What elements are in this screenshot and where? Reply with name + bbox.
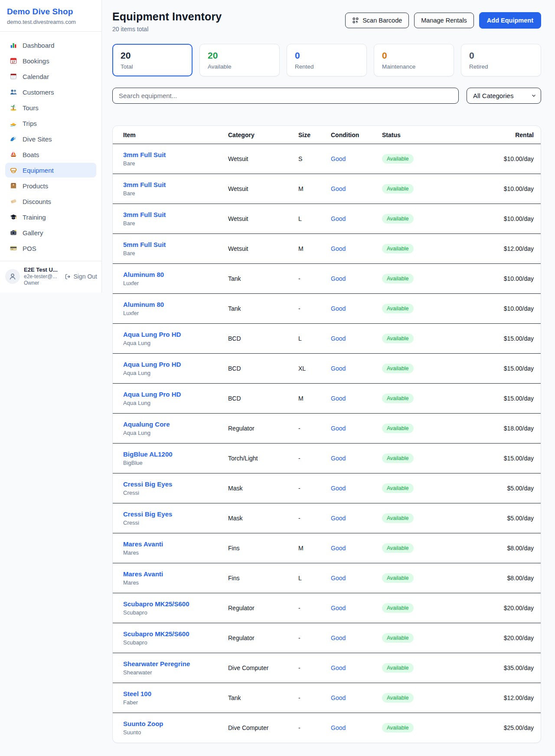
item-name-link[interactable]: Scubapro MK25/S600 xyxy=(123,599,189,609)
item-name-link[interactable]: Steel 100 xyxy=(123,689,151,699)
speedboat-icon xyxy=(10,119,17,127)
stat-card-rented[interactable]: 0 Rented xyxy=(287,44,367,76)
item-condition-link[interactable]: Good xyxy=(331,365,382,372)
sidebar-item-equipment[interactable]: Equipment xyxy=(5,163,96,177)
stat-card-available[interactable]: 20 Available xyxy=(199,44,280,76)
sidebar-item-trips[interactable]: Trips xyxy=(5,116,96,131)
column-header-status: Status xyxy=(382,131,460,138)
item-condition-link[interactable]: Good xyxy=(331,155,382,162)
status-cell: Available xyxy=(382,483,460,493)
search-input[interactable] xyxy=(112,88,459,104)
column-header-size: Size xyxy=(298,131,331,138)
item-name-link[interactable]: 5mm Full Suit xyxy=(123,240,166,250)
sidebar-item-dashboard[interactable]: Dashboard xyxy=(5,38,96,53)
tag-icon xyxy=(10,197,17,205)
item-name-link[interactable]: Aqua Lung Pro HD xyxy=(123,330,181,339)
item-name-link[interactable]: Scubapro MK25/S600 xyxy=(123,629,189,639)
item-name-link[interactable]: Aqualung Core xyxy=(123,420,170,429)
sidebar-item-discounts[interactable]: Discounts xyxy=(5,194,96,209)
item-condition-link[interactable]: Good xyxy=(331,275,382,282)
status-badge: Available xyxy=(382,693,414,703)
stat-card-total[interactable]: 20 Total xyxy=(112,44,193,76)
item-brand: Faber xyxy=(123,699,228,707)
table-row: 5mm Full Suit Bare Wetsuit M Good Availa… xyxy=(113,233,541,263)
item-condition-link[interactable]: Good xyxy=(331,694,382,701)
sidebar-item-label: Dive Sites xyxy=(23,135,52,143)
sidebar-item-label: Calendar xyxy=(23,73,49,80)
item-name-link[interactable]: Aluminum 80 xyxy=(123,270,164,279)
add-equipment-button[interactable]: Add Equipment xyxy=(479,12,541,29)
item-name-link[interactable]: Aluminum 80 xyxy=(123,300,164,309)
item-condition-link[interactable]: Good xyxy=(331,634,382,641)
sign-out-button[interactable]: Sign Out xyxy=(64,273,97,280)
sidebar-item-label: Customers xyxy=(23,89,54,96)
category-select[interactable]: All Categories xyxy=(467,88,541,104)
credit-card-icon xyxy=(10,244,17,252)
status-badge: Available xyxy=(382,543,414,553)
item-cell: Aqua Lung Pro HD Aqua Lung xyxy=(123,330,228,347)
scan-barcode-button[interactable]: Scan Barcode xyxy=(345,13,409,28)
svg-text:17: 17 xyxy=(12,60,15,63)
stat-maintenance-value: 0 xyxy=(382,50,446,61)
item-brand: Bare xyxy=(123,250,228,257)
item-condition-link[interactable]: Good xyxy=(331,724,382,731)
stat-card-retired[interactable]: 0 Retired xyxy=(461,44,541,76)
sidebar-item-training[interactable]: Training xyxy=(5,210,96,224)
item-condition-link[interactable]: Good xyxy=(331,215,382,222)
item-name-link[interactable]: Mares Avanti xyxy=(123,569,163,579)
item-brand: Aqua Lung xyxy=(123,399,228,407)
item-category: BCD xyxy=(228,335,298,342)
item-brand: Shearwater xyxy=(123,669,228,677)
sidebar-item-dive-sites[interactable]: Dive Sites xyxy=(5,131,96,146)
sidebar-item-pos[interactable]: POS xyxy=(5,241,96,256)
sidebar-item-boats[interactable]: Boats xyxy=(5,147,96,162)
item-name-link[interactable]: BigBlue AL1200 xyxy=(123,450,173,459)
stat-card-maintenance[interactable]: 0 Maintenance xyxy=(374,44,454,76)
status-cell: Available xyxy=(382,274,460,283)
manage-rentals-button[interactable]: Manage Rentals xyxy=(414,13,474,28)
item-name-link[interactable]: 3mm Full Suit xyxy=(123,210,166,220)
item-condition-link[interactable]: Good xyxy=(331,664,382,671)
item-name-link[interactable]: 3mm Full Suit xyxy=(123,180,166,190)
sidebar-item-tours[interactable]: Tours xyxy=(5,100,96,115)
item-condition-link[interactable]: Good xyxy=(331,245,382,252)
item-condition-link[interactable]: Good xyxy=(331,605,382,611)
status-badge: Available xyxy=(382,603,414,613)
item-category: Tank xyxy=(228,694,298,701)
item-name-link[interactable]: Cressi Big Eyes xyxy=(123,509,172,519)
item-condition-link[interactable]: Good xyxy=(331,545,382,552)
sidebar-item-customers[interactable]: Customers xyxy=(5,85,96,99)
status-cell: Available xyxy=(382,214,460,224)
item-name-link[interactable]: 3mm Full Suit xyxy=(123,150,166,160)
item-size: M xyxy=(298,545,331,552)
item-name-link[interactable]: Shearwater Peregrine xyxy=(123,659,190,669)
item-name-link[interactable]: Cressi Big Eyes xyxy=(123,480,172,489)
item-name-link[interactable]: Aqua Lung Pro HD xyxy=(123,390,181,399)
column-header-condition: Condition xyxy=(331,131,382,138)
item-brand: Scubapro xyxy=(123,639,228,647)
item-condition-link[interactable]: Good xyxy=(331,515,382,522)
item-category: Mask xyxy=(228,515,298,522)
item-condition-link[interactable]: Good xyxy=(331,485,382,492)
item-condition-link[interactable]: Good xyxy=(331,335,382,342)
table-row: Suunto Zoop Suunto Dive Computer - Good … xyxy=(113,713,541,743)
table-row: Aluminum 80 Luxfer Tank - Good Available… xyxy=(113,293,541,323)
item-name-link[interactable]: Mares Avanti xyxy=(123,539,163,549)
sidebar-item-calendar[interactable]: Calendar xyxy=(5,69,96,84)
item-name-link[interactable]: Suunto Zoop xyxy=(123,719,163,729)
sidebar-item-gallery[interactable]: Gallery xyxy=(5,225,96,240)
item-condition-link[interactable]: Good xyxy=(331,185,382,192)
item-condition-link[interactable]: Good xyxy=(331,575,382,582)
item-condition-link[interactable]: Good xyxy=(331,395,382,402)
table-header-row: Item Category Size Condition Status Rent… xyxy=(113,126,541,144)
item-condition-link[interactable]: Good xyxy=(331,455,382,462)
sidebar-item-products[interactable]: Products xyxy=(5,178,96,193)
item-condition-link[interactable]: Good xyxy=(331,305,382,312)
item-rental: $12.00/day xyxy=(460,245,534,252)
item-condition-link[interactable]: Good xyxy=(331,425,382,432)
status-badge: Available xyxy=(382,334,414,343)
item-name-link[interactable]: Aqua Lung Pro HD xyxy=(123,360,181,369)
sidebar-item-bookings[interactable]: 17 Bookings xyxy=(5,53,96,68)
stat-rented-value: 0 xyxy=(295,50,359,61)
stat-maintenance-label: Maintenance xyxy=(382,63,446,70)
